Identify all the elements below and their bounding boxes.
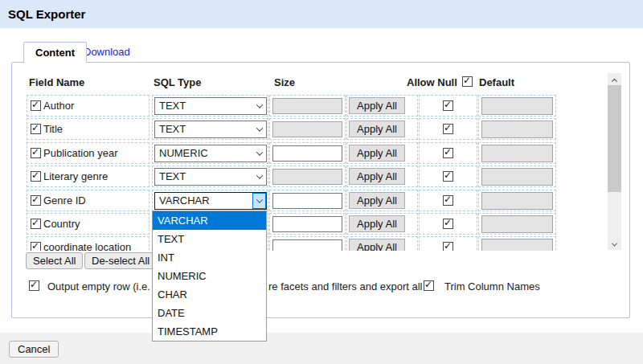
content-tab-panel: Field Name SQL Type Size Allow Null Defa… <box>11 62 630 318</box>
trim-column-names-checkbox[interactable] <box>424 280 434 291</box>
table-row: Title TEXT Apply All <box>14 118 607 141</box>
table-row: Author TEXT Apply All <box>14 95 607 117</box>
header-default: Default <box>479 76 514 88</box>
apply-all-button[interactable]: Apply All <box>349 168 405 185</box>
dropdown-option[interactable]: CHAR <box>153 285 266 304</box>
output-empty-row-label-right: re facets and filters and export all <box>268 280 423 292</box>
sql-type-select[interactable]: TEXT <box>154 168 267 186</box>
field-label: Publication year <box>43 147 118 159</box>
allow-null-checkbox[interactable] <box>443 171 453 182</box>
default-input <box>481 121 553 138</box>
size-input <box>272 169 342 185</box>
dropdown-option[interactable]: TIMESTAMP <box>153 322 266 341</box>
dropdown-option[interactable]: NUMERIC <box>153 267 266 285</box>
table-row: Publication year NUMERIC Apply All <box>14 142 607 165</box>
chevron-down-icon <box>252 169 266 185</box>
field-checkbox[interactable] <box>31 100 41 111</box>
dialog-titlebar: SQL Exporter <box>0 0 643 28</box>
chevron-down-icon <box>252 98 266 114</box>
dialog-footer: Cancel <box>0 333 643 364</box>
apply-all-button[interactable]: Apply All <box>349 192 405 209</box>
default-header-checkbox[interactable] <box>462 76 473 87</box>
chevron-down-icon <box>252 193 266 209</box>
chevron-down-icon <box>252 145 266 162</box>
apply-all-button[interactable]: Apply All <box>349 97 405 114</box>
tab-download[interactable]: Download <box>84 42 130 63</box>
output-empty-row-label-left: Output empty row (i.e. <box>47 280 150 292</box>
dialog-title: SQL Exporter <box>8 0 85 28</box>
size-input[interactable] <box>272 216 342 232</box>
sql-type-select[interactable]: TEXT <box>154 121 267 138</box>
allow-null-checkbox[interactable] <box>443 242 453 251</box>
apply-all-button[interactable]: Apply All <box>349 145 405 162</box>
dropdown-option[interactable]: DATE <box>153 304 266 322</box>
dropdown-option[interactable]: INT <box>153 248 266 267</box>
default-input <box>481 192 553 210</box>
select-all-button[interactable]: Select All <box>26 252 83 269</box>
allow-null-checkbox[interactable] <box>443 100 453 111</box>
field-label: coordinate location <box>43 241 131 251</box>
sql-type-select-open[interactable]: VARCHAR <box>154 192 267 210</box>
default-input <box>481 97 553 115</box>
size-input[interactable] <box>272 145 342 162</box>
field-label: Genre ID <box>43 194 86 207</box>
sql-type-dropdown-list: VARCHAR TEXT INT NUMERIC CHAR DATE TIMES… <box>152 211 267 342</box>
header-field-name: Field Name <box>29 76 84 88</box>
tab-content[interactable]: Content <box>23 42 87 63</box>
apply-all-button[interactable]: Apply All <box>349 121 405 137</box>
size-input[interactable] <box>272 239 342 252</box>
output-empty-row-checkbox[interactable] <box>29 280 39 291</box>
scroll-down-icon[interactable] <box>608 239 621 250</box>
deselect-all-button[interactable]: De-select All <box>84 252 157 269</box>
vertical-scrollbar[interactable] <box>608 73 621 250</box>
field-checkbox[interactable] <box>31 124 41 134</box>
field-label: Literary genre <box>43 170 108 182</box>
allow-null-checkbox[interactable] <box>443 219 453 229</box>
field-label: Author <box>43 100 74 112</box>
table-row: coordinate location Apply All <box>14 236 607 251</box>
field-checkbox[interactable] <box>31 148 41 158</box>
field-checkbox[interactable] <box>31 171 41 182</box>
sql-type-select[interactable]: TEXT <box>154 97 267 115</box>
size-input <box>272 98 342 114</box>
table-row: Genre ID VARCHAR Apply All <box>14 190 607 212</box>
chevron-down-icon <box>252 121 266 137</box>
apply-all-button[interactable]: Apply All <box>349 239 405 251</box>
apply-all-button[interactable]: Apply All <box>349 215 405 232</box>
field-label: Title <box>43 123 63 135</box>
header-allow-null: Allow Null <box>407 76 457 88</box>
cancel-button[interactable]: Cancel <box>9 341 59 358</box>
allow-null-checkbox[interactable] <box>443 124 453 134</box>
sql-exporter-dialog: SQL Exporter Content Download Field Name… <box>0 0 643 364</box>
scroll-up-icon[interactable] <box>608 73 621 84</box>
default-input <box>481 145 553 162</box>
field-checkbox[interactable] <box>31 219 41 229</box>
field-checkbox[interactable] <box>31 195 41 206</box>
table-row: Country Apply All <box>14 213 607 235</box>
field-label: Country <box>43 218 80 230</box>
scrollbar-thumb[interactable] <box>608 85 621 192</box>
sql-type-select[interactable]: NUMERIC <box>154 145 267 162</box>
field-checkbox[interactable] <box>31 242 41 251</box>
default-input <box>481 239 553 252</box>
allow-null-checkbox[interactable] <box>443 195 453 206</box>
fields-scroll-area: Field Name SQL Type Size Allow Null Defa… <box>14 67 607 251</box>
header-size: Size <box>274 76 295 88</box>
default-input <box>481 215 553 233</box>
dropdown-option[interactable]: TEXT <box>153 230 266 248</box>
dropdown-option[interactable]: VARCHAR <box>153 211 266 230</box>
default-input <box>481 168 553 186</box>
trim-column-names-label: Trim Column Names <box>444 280 540 292</box>
table-row: Literary genre TEXT Apply All <box>14 166 607 188</box>
allow-null-checkbox[interactable] <box>443 148 453 158</box>
header-sql-type: SQL Type <box>154 76 201 88</box>
size-input[interactable] <box>272 193 342 209</box>
size-input <box>272 121 342 137</box>
